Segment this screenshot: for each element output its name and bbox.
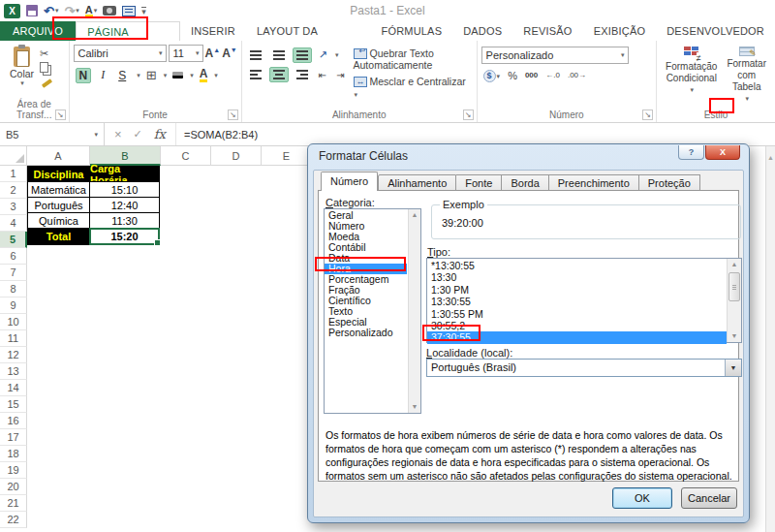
dialog-tab-numero[interactable]: Número bbox=[321, 172, 378, 191]
row-header[interactable]: 17 bbox=[0, 429, 27, 446]
shrink-font-button[interactable]: A▼ bbox=[222, 47, 237, 60]
row-header[interactable]: 8 bbox=[0, 281, 27, 297]
insert-function-icon[interactable]: fx bbox=[154, 127, 166, 141]
align-middle-icon[interactable] bbox=[269, 47, 289, 63]
name-box[interactable]: B5 ▾ bbox=[0, 123, 105, 145]
save-icon[interactable] bbox=[26, 3, 38, 18]
row-header[interactable]: 7 bbox=[0, 265, 27, 281]
dialog-tab-preenchimento[interactable]: Preenchimento bbox=[549, 174, 639, 191]
align-bottom-icon[interactable] bbox=[293, 47, 312, 63]
col-header-a[interactable]: A bbox=[27, 146, 90, 166]
row-header[interactable]: 9 bbox=[0, 297, 27, 314]
bold-button[interactable]: N bbox=[76, 68, 92, 83]
row-header[interactable]: 14 bbox=[0, 380, 27, 396]
col-header-d[interactable]: D bbox=[211, 146, 262, 166]
tab-exibicao[interactable]: EXIBIÇÃO bbox=[583, 21, 657, 41]
row-header[interactable]: 12 bbox=[0, 347, 27, 363]
row-header[interactable]: 10 bbox=[0, 314, 27, 330]
conditional-formatting-button[interactable]: Formatação Condicional▾ bbox=[661, 45, 722, 107]
font-name-combo[interactable]: Calibri▾ bbox=[74, 45, 167, 62]
font-color-icon[interactable]: A bbox=[200, 69, 208, 82]
enter-entry-icon[interactable]: ✓ bbox=[134, 128, 142, 141]
row-header[interactable]: 11 bbox=[0, 330, 27, 347]
wrap-text-button[interactable]: Quebrar Texto Automaticamente bbox=[354, 47, 473, 71]
orientation-icon[interactable]: ↗ bbox=[316, 47, 330, 63]
dialog-help-icon[interactable]: ? bbox=[678, 145, 704, 160]
chevron-down-icon[interactable]: ▼ bbox=[725, 360, 741, 376]
number-dialog-launcher[interactable]: ↘ bbox=[642, 110, 653, 120]
category-scrollbar[interactable]: ▲ ▼ bbox=[408, 209, 420, 413]
scroll-up-icon[interactable]: ▲ bbox=[728, 259, 741, 270]
tab-dados[interactable]: DADOS bbox=[452, 21, 512, 41]
type-item[interactable]: 13:30 bbox=[427, 271, 741, 283]
orientation-dropdown[interactable]: ▾ bbox=[335, 51, 339, 59]
row-header[interactable]: 1 bbox=[0, 166, 27, 182]
italic-button[interactable]: I bbox=[97, 67, 108, 83]
row-header[interactable]: 19 bbox=[0, 462, 27, 479]
merge-center-button[interactable]: Mesclar e Centralizar ▾ bbox=[354, 76, 473, 99]
row-header-selected[interactable]: 5 bbox=[0, 232, 27, 248]
align-left-icon[interactable] bbox=[246, 67, 265, 82]
dialog-tab-borda[interactable]: Borda bbox=[502, 174, 548, 191]
dialog-tab-fonte[interactable]: Fonte bbox=[456, 174, 502, 191]
type-item[interactable]: 1:30 PM bbox=[427, 284, 741, 296]
cut-icon[interactable]: ✂ bbox=[40, 47, 54, 59]
scroll-up-icon[interactable]: ▲ bbox=[409, 209, 420, 221]
tab-desenvolvedor[interactable]: DESENVOLVEDOR bbox=[656, 21, 775, 41]
tab-revisao[interactable]: REVISÃO bbox=[512, 21, 582, 41]
underline-dropdown[interactable]: ▾ bbox=[137, 72, 140, 79]
increase-decimal-icon[interactable]: ←.0 bbox=[545, 71, 560, 79]
cancel-button[interactable]: Cancelar bbox=[681, 487, 737, 509]
alignment-dialog-launcher[interactable]: ↘ bbox=[463, 110, 474, 120]
copy-icon[interactable] bbox=[40, 62, 48, 73]
font-color-quick-icon[interactable]: A▾ bbox=[85, 3, 97, 18]
row-header[interactable]: 22 bbox=[0, 512, 27, 528]
dialog-tab-protecao[interactable]: Proteção bbox=[639, 174, 700, 191]
row-header[interactable]: 21 bbox=[0, 495, 27, 512]
undo-icon[interactable]: ↶▾ bbox=[44, 3, 58, 18]
cancel-entry-icon[interactable]: × bbox=[114, 127, 122, 141]
name-box-dropdown[interactable]: ▾ bbox=[94, 131, 104, 139]
dialog-tab-alinhamento[interactable]: Alinhamento bbox=[378, 174, 456, 191]
type-item[interactable]: 30:55,2 bbox=[427, 320, 741, 331]
row-header[interactable]: 16 bbox=[0, 413, 27, 429]
row-header[interactable]: 3 bbox=[0, 199, 27, 215]
cell-b5-selected[interactable]: 15:20 bbox=[89, 228, 160, 245]
align-center-icon[interactable] bbox=[269, 67, 289, 82]
fill-color-icon[interactable] bbox=[172, 72, 183, 78]
tab-inserir[interactable]: INSERIR bbox=[180, 21, 246, 41]
row-header[interactable]: 15 bbox=[0, 396, 27, 413]
decrease-decimal-icon[interactable]: .00→ bbox=[568, 71, 586, 79]
redo-icon[interactable]: ↷▾ bbox=[64, 3, 78, 18]
select-all-corner[interactable] bbox=[0, 146, 27, 166]
grow-font-button[interactable]: A▲ bbox=[205, 47, 221, 60]
col-header-e[interactable]: E bbox=[262, 146, 312, 166]
type-scrollbar[interactable]: ▲ ▼ bbox=[727, 259, 741, 342]
category-item[interactable]: Personalizado bbox=[325, 328, 420, 338]
percent-style-icon[interactable]: % bbox=[508, 70, 517, 81]
accounting-format-icon[interactable]: $▾ bbox=[483, 69, 501, 82]
borders-icon[interactable]: ⊞ bbox=[146, 68, 157, 82]
font-color-dropdown[interactable]: ▾ bbox=[214, 72, 218, 79]
row-header[interactable]: 6 bbox=[0, 248, 27, 265]
scroll-down-icon[interactable]: ▼ bbox=[728, 330, 741, 342]
tab-pagina-inicial[interactable]: PÁGINA INICIAL bbox=[76, 21, 180, 41]
type-item-selected[interactable]: 37:30:55 bbox=[427, 331, 727, 343]
type-item[interactable]: 1:30:55 PM bbox=[427, 308, 741, 320]
format-as-table-button[interactable]: Formatar com Tabela▾ bbox=[722, 45, 771, 107]
row-header[interactable]: 2 bbox=[0, 182, 27, 199]
number-format-combo[interactable]: Personalizado▾ bbox=[481, 47, 629, 64]
locale-combo[interactable]: Português (Brasil) ▼ bbox=[426, 359, 742, 377]
fill-color-dropdown[interactable]: ▾ bbox=[190, 72, 194, 79]
paste-button[interactable]: Colar ▾ bbox=[4, 45, 40, 107]
col-header-c[interactable]: C bbox=[161, 146, 211, 166]
borders-dropdown[interactable]: ▾ bbox=[164, 72, 168, 79]
decrease-indent-icon[interactable]: ⇤ bbox=[316, 68, 329, 82]
underline-button[interactable]: S bbox=[114, 68, 130, 83]
sheet-vertical-scrollbar[interactable]: ▲ bbox=[765, 146, 775, 532]
row-header[interactable]: 13 bbox=[0, 363, 27, 380]
ok-button[interactable]: OK bbox=[612, 487, 672, 509]
align-top-icon[interactable] bbox=[246, 47, 265, 63]
font-size-combo[interactable]: 11▾ bbox=[169, 45, 203, 62]
dialog-close-icon[interactable]: X bbox=[705, 145, 740, 160]
